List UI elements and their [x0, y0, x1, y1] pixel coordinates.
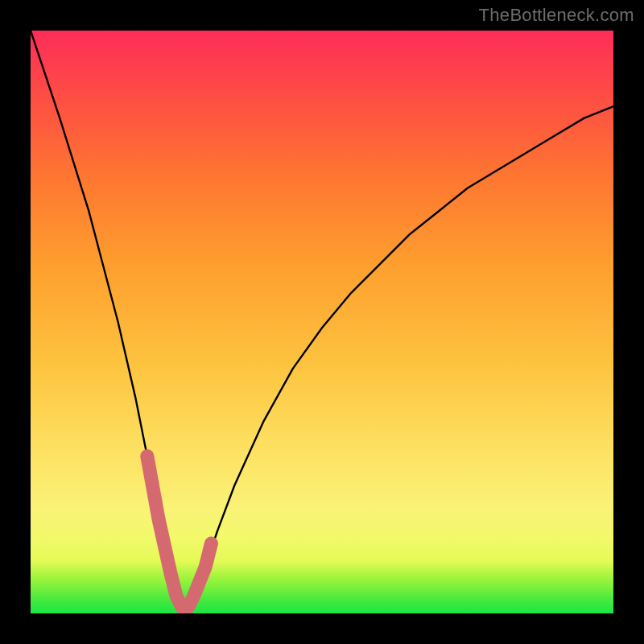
target-highlight-path	[147, 456, 212, 608]
curve-layer	[31, 31, 613, 613]
bottleneck-curve-path	[31, 31, 613, 608]
watermark-text: TheBottleneck.com	[479, 5, 634, 26]
chart-frame: TheBottleneck.com	[0, 0, 644, 644]
plot-area	[31, 31, 613, 613]
